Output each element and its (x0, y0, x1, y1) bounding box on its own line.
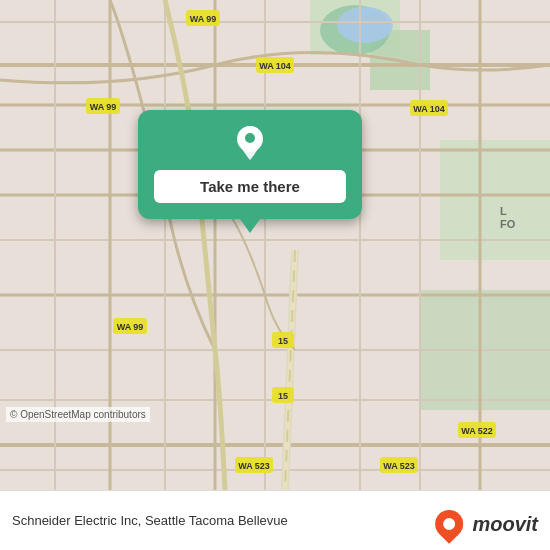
svg-text:WA 522: WA 522 (461, 426, 493, 436)
svg-point-4 (337, 7, 393, 43)
svg-point-55 (245, 133, 255, 143)
location-pin-icon (231, 124, 269, 162)
svg-text:WA 104: WA 104 (259, 61, 291, 71)
svg-text:L: L (500, 205, 507, 217)
svg-text:15: 15 (278, 391, 288, 401)
moovit-logo: moovit (436, 508, 538, 540)
map-popup: Take me there (138, 110, 362, 219)
svg-text:WA 99: WA 99 (117, 322, 144, 332)
svg-text:WA 523: WA 523 (238, 461, 270, 471)
take-me-there-button[interactable]: Take me there (154, 170, 346, 203)
svg-text:WA 104: WA 104 (413, 104, 445, 114)
svg-text:FO: FO (500, 218, 516, 230)
moovit-text: moovit (472, 513, 538, 536)
svg-text:WA 523: WA 523 (383, 461, 415, 471)
svg-text:15: 15 (278, 336, 288, 346)
map-container: WA 99 WA 99 WA 99 WA 99 WA 104 WA 104 15… (0, 0, 550, 490)
svg-text:WA 99: WA 99 (190, 14, 217, 24)
bottom-bar: Schneider Electric Inc, Seattle Tacoma B… (0, 490, 550, 550)
svg-rect-5 (440, 140, 550, 260)
svg-text:WA 99: WA 99 (90, 102, 117, 112)
osm-attribution: © OpenStreetMap contributors (6, 407, 150, 422)
